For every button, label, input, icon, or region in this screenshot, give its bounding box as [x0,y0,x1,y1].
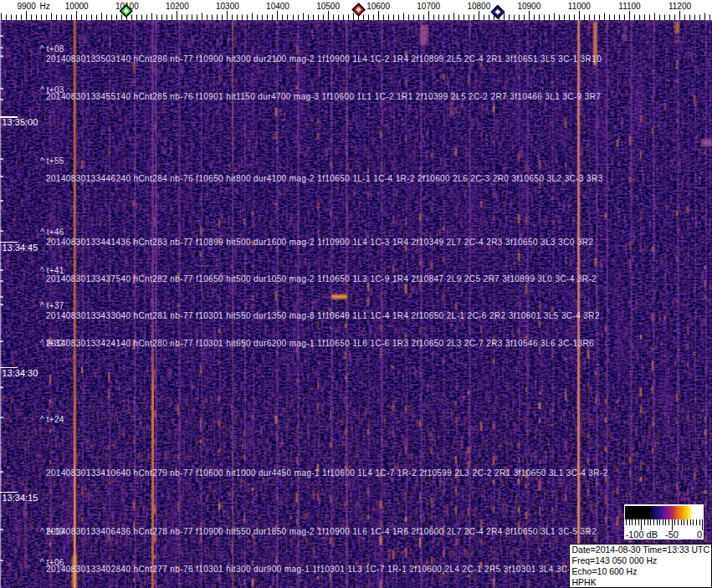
svg-text:11100: 11100 [618,2,641,11]
svg-text:11200: 11200 [668,2,692,11]
svg-text:10800: 10800 [467,2,490,11]
svg-text:9900: 9900 [17,2,36,11]
svg-text:11000: 11000 [568,2,592,11]
svg-text:10200: 10200 [166,2,189,11]
svg-text:10300: 10300 [216,2,239,11]
svg-text:10900: 10900 [517,2,540,11]
svg-text:10400: 10400 [266,2,289,11]
svg-text:10600: 10600 [366,2,390,11]
svg-text:Hz: Hz [40,2,50,11]
svg-text:10000: 10000 [65,2,89,11]
svg-text:10700: 10700 [417,2,440,11]
svg-text:10500: 10500 [316,2,340,11]
